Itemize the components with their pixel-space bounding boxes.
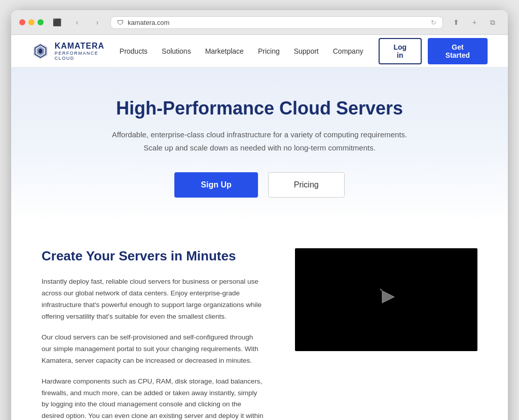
hero-buttons: Sign Up Pricing xyxy=(31,172,488,198)
url-text: kamatera.com xyxy=(128,19,169,26)
sidebar-toggle-button[interactable]: ⬛ xyxy=(50,15,64,29)
back-button[interactable]: ‹ xyxy=(70,15,84,29)
browser-window: ⬛ ‹ › 🛡 kamatera.com ↻ ⬆ + ⧉ xyxy=(11,10,508,420)
nav-products[interactable]: Products xyxy=(120,47,147,55)
navbar: KAMATERA PERFORMANCE CLOUD Products Solu… xyxy=(11,35,508,67)
forward-button[interactable]: › xyxy=(90,15,104,29)
content-left: Create Your Servers in Minutes Instantly… xyxy=(42,248,265,420)
hero-subtitle: Affordable, enterprise-class cloud infra… xyxy=(107,128,412,154)
nav-actions: Log in Get Started xyxy=(379,38,488,64)
play-icon xyxy=(373,284,399,316)
content-paragraph-3: Hardware components such as CPU, RAM, di… xyxy=(42,376,265,420)
hero-title: High-Performance Cloud Servers xyxy=(31,98,488,119)
browser-titlebar: ⬛ ‹ › 🛡 kamatera.com ↻ ⬆ + ⧉ xyxy=(11,10,508,35)
pricing-button[interactable]: Pricing xyxy=(268,172,345,198)
nav-links: Products Solutions Marketplace Pricing S… xyxy=(120,47,363,56)
maximize-dot[interactable] xyxy=(38,19,44,25)
video-player[interactable] xyxy=(295,248,477,351)
close-dot[interactable] xyxy=(19,19,25,25)
svg-marker-4 xyxy=(382,291,394,303)
share-button[interactable]: ⬆ xyxy=(449,15,463,29)
logo-tagline: PERFORMANCE CLOUD xyxy=(55,51,120,61)
website-content: KAMATERA PERFORMANCE CLOUD Products Solu… xyxy=(11,35,508,420)
nav-support[interactable]: Support xyxy=(294,47,319,55)
refresh-icon[interactable]: ↻ xyxy=(431,19,436,26)
logo-text: KAMATERA PERFORMANCE CLOUD xyxy=(55,42,120,61)
content-paragraph-1: Instantly deploy fast, reliable cloud se… xyxy=(42,276,265,323)
browser-dots xyxy=(19,19,44,25)
svg-line-5 xyxy=(380,289,382,291)
hero-subtitle-line2: Scale up and scale down as needed with n… xyxy=(143,143,376,152)
hero-subtitle-line1: Affordable, enterprise-class cloud infra… xyxy=(112,130,407,139)
content-paragraph-2: Our cloud servers can be self-provisione… xyxy=(42,332,265,367)
nav-marketplace[interactable]: Marketplace xyxy=(205,47,244,55)
browser-action-buttons: ⬆ + ⧉ xyxy=(449,15,500,29)
new-tab-button[interactable]: + xyxy=(467,15,481,29)
minimize-dot[interactable] xyxy=(28,19,34,25)
logo-name: KAMATERA xyxy=(55,42,120,51)
security-icon: 🛡 xyxy=(117,19,124,26)
nav-solutions[interactable]: Solutions xyxy=(162,47,191,55)
content-section: Create Your Servers in Minutes Instantly… xyxy=(11,223,508,420)
logo-icon xyxy=(31,42,50,60)
nav-pricing[interactable]: Pricing xyxy=(258,47,280,55)
login-button[interactable]: Log in xyxy=(379,38,422,64)
address-bar[interactable]: 🛡 kamatera.com ↻ xyxy=(110,16,443,29)
content-right xyxy=(295,248,477,351)
get-started-button[interactable]: Get Started xyxy=(428,38,488,64)
tabs-overview-button[interactable]: ⧉ xyxy=(486,15,500,29)
signup-button[interactable]: Sign Up xyxy=(174,172,257,198)
nav-company[interactable]: Company xyxy=(333,47,363,55)
hero-section: High-Performance Cloud Servers Affordabl… xyxy=(11,67,508,223)
content-title: Create Your Servers in Minutes xyxy=(42,248,265,264)
logo: KAMATERA PERFORMANCE CLOUD xyxy=(31,42,120,61)
